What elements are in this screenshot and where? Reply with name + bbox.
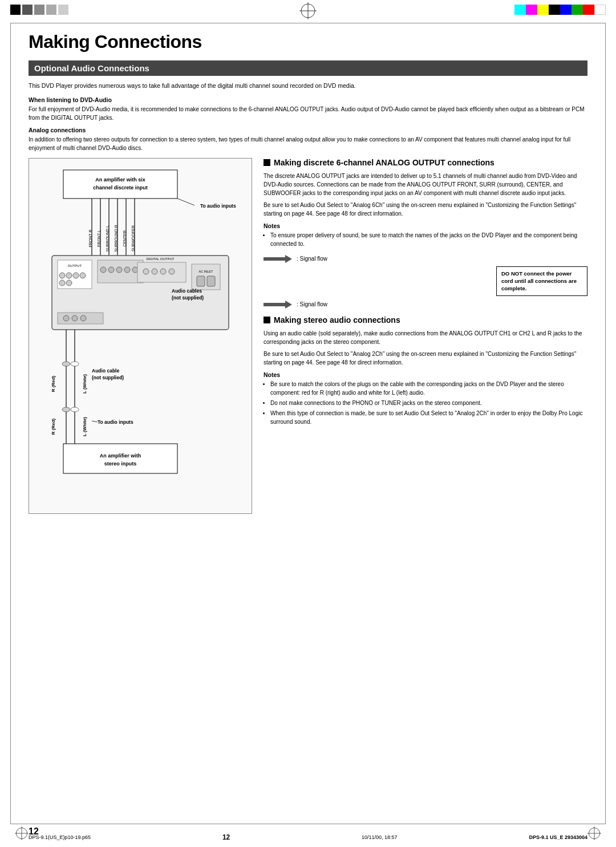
svg-text:DIGITAL OUTPUT: DIGITAL OUTPUT [146,257,174,261]
discrete-notes-title: Notes [264,222,587,229]
stereo-note-3: When this type of connection is made, be… [270,409,587,426]
stereo-note-2: Do not make connections to the PHONO or … [270,399,587,407]
dvd-audio-title: When listening to DVD-Audio [29,96,587,103]
svg-point-50 [160,269,166,274]
svg-rect-79 [264,257,285,261]
crosshair-top [299,2,317,21]
signal-flow-top-label: : Signal flow [297,256,327,262]
cyan-bar [514,5,526,15]
two-column-layout: An amplifier with six channel discrete i… [29,158,587,514]
svg-text:channel discrete input: channel discrete input [93,185,148,191]
signal-arrow-bottom-discrete [264,301,292,309]
svg-point-69 [71,407,79,412]
discrete-notes-list: To ensure proper delivery of sound, be s… [264,231,587,248]
signal-arrow-top [264,255,292,263]
blue-bar [560,5,572,15]
svg-text:An amplifier with: An amplifier with [100,453,141,459]
footer: DPS-9.1(US_E)p10-19.p65 12 10/11/00, 18:… [29,833,587,841]
red-bar [583,5,594,15]
reg-mark-lighter [58,5,68,15]
svg-point-29 [59,273,65,278]
svg-point-36 [100,267,106,273]
section-title: Optional Audio Connections [34,63,149,73]
svg-point-45 [80,315,86,321]
stereo-text2: Be sure to set Audio Out Select to "Anal… [264,350,587,367]
right-column: Making discrete 6-channel ANALOG OUTPUT … [264,158,587,514]
svg-point-43 [63,315,69,321]
svg-point-34 [66,280,72,286]
page-number: 12 [29,826,39,837]
main-content: Making Connections Optional Audio Connec… [29,31,587,813]
warning-box: DO NOT connect the power cord until all … [496,266,587,296]
svg-point-38 [116,267,122,273]
black-bar [549,5,560,15]
stereo-notes-list: Be sure to match the colors of the plugs… [264,380,587,426]
svg-point-33 [59,280,65,286]
svg-point-60 [62,362,70,366]
svg-text:R (Red): R (Red) [51,375,56,392]
signal-flow-bottom-discrete: : Signal flow [264,301,587,309]
svg-point-68 [62,407,70,412]
discrete-text1: The discrete ANALOG OUTPUT jacks are int… [264,172,587,197]
svg-text:R (Red): R (Red) [51,418,56,435]
stereo-section: Making stereo audio connections Using an… [264,315,587,426]
stereo-text1: Using an audio cable (sold separately), … [264,329,587,346]
magenta-bar [526,5,537,15]
stereo-heading: Making stereo audio connections [264,315,587,325]
discrete-section: Making discrete 6-channel ANALOG OUTPUT … [264,158,587,309]
svg-text:FRONT R: FRONT R [88,229,92,247]
crosshair-bottom-left [15,826,29,841]
svg-text:AC INLET: AC INLET [199,270,213,273]
dvd-audio-text: For full enjoyment of DVD-Audio media, i… [29,105,587,122]
svg-rect-52 [192,264,220,290]
svg-point-51 [169,269,175,274]
stereo-heading-text: Making stereo audio connections [274,315,400,325]
svg-point-49 [152,269,157,274]
reg-mark-gray [34,5,44,15]
warning-text: DO NOT connect the power cord until all … [501,270,577,292]
svg-point-37 [108,267,114,273]
discrete-heading: Making discrete 6-channel ANALOG OUTPUT … [264,158,587,167]
svg-text:(not supplied): (not supplied) [92,375,124,380]
svg-marker-82 [285,301,292,309]
svg-rect-55 [207,276,215,286]
analog-title: Analog connections [29,127,587,133]
svg-point-30 [66,273,72,278]
stereo-note-1: Be sure to match the colors of the plugs… [270,380,587,397]
signal-flow-top: : Signal flow [264,255,587,263]
diagram-svg: An amplifier with six channel discrete i… [35,164,246,506]
section-bar: Optional Audio Connections [29,60,587,76]
svg-point-48 [143,269,149,274]
svg-text:CENTER: CENTER [123,230,127,246]
svg-text:FRONT L: FRONT L [97,230,101,247]
reg-mark-black [10,5,21,15]
svg-rect-81 [264,303,285,306]
svg-point-61 [71,362,79,366]
crosshair-bottom-right [587,826,601,841]
stereo-notes-title: Notes [264,371,587,378]
svg-point-39 [124,267,130,273]
diagram-box: An amplifier with six channel discrete i… [29,158,252,514]
footer-center-left: 12 [222,833,230,841]
analog-text: In addition to offering two stereo outpu… [29,135,587,152]
discrete-note-1: To ensure proper delivery of sound, be s… [270,231,587,248]
intro-text: This DVD Player provides numerous ways t… [29,82,587,91]
yellow-bar [537,5,549,15]
black-square-stereo [264,317,270,323]
svg-text:SURROUND R: SURROUND R [114,225,118,252]
svg-point-40 [132,267,138,273]
footer-right: DPS-9.1 US_E 29343004 [529,834,587,840]
svg-rect-54 [197,276,205,286]
svg-text:SURROUND L: SURROUND L [106,225,110,252]
svg-text:To audio inputs: To audio inputs [200,203,236,209]
reg-mark-lightgray [46,5,56,15]
signal-flow-bottom-discrete-label: : Signal flow [297,301,327,307]
svg-text:Audio cable: Audio cable [92,368,119,374]
svg-text:L (White): L (White) [82,374,87,393]
green-bar [572,5,583,15]
svg-text:OUTPUT: OUTPUT [68,264,82,268]
page-title: Making Connections [29,31,587,52]
svg-point-31 [73,273,79,278]
svg-text:SUBWOOFER: SUBWOOFER [131,225,135,252]
svg-text:(not supplied): (not supplied) [172,295,204,301]
